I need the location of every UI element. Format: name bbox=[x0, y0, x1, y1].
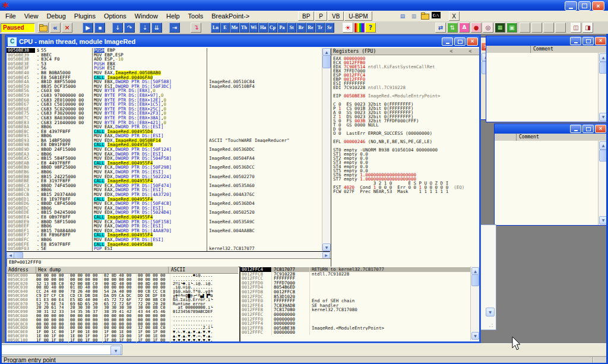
disasm-row[interactable]: 0050BE98.E8 DB91F8FFCALL ImageRed.004950… bbox=[7, 143, 322, 147]
chevron-down-icon[interactable]: ▼ bbox=[110, 346, 121, 355]
run-icon[interactable]: ▶ bbox=[83, 23, 93, 33]
disasm-row[interactable]: 0050BE60.C683 2E010000 00MOV BYTE PTR DS… bbox=[7, 98, 322, 103]
appearance-icon[interactable] bbox=[354, 23, 365, 33]
scrollbar-thumb[interactable] bbox=[322, 55, 331, 68]
stack-row[interactable]: 0012FFE0FFFFFFFFEnd of SEH chain bbox=[240, 299, 471, 303]
close-icon[interactable]: × bbox=[467, 37, 478, 46]
registers-pane[interactable]: Registers (FPU) < < EAX 00000000ECX 0012… bbox=[331, 48, 479, 267]
registers-next-icon[interactable]: < bbox=[466, 48, 474, 55]
disasm-row[interactable]: 0050BE8A.8B06MOV EAX,DWORD PTR DS:[ESI] bbox=[7, 125, 322, 129]
console-icon[interactable]: C:\ bbox=[432, 12, 441, 18]
toolbar-pane-button-ha[interactable]: Ha bbox=[258, 23, 268, 33]
disasm-row[interactable]: 0050BE4A.8B1D 88F55000MOV EBX,DWORD PTR … bbox=[7, 80, 322, 84]
scrollbar-thumb[interactable] bbox=[471, 274, 479, 286]
disasm-row[interactable]: 0050BEF1.8B15 70A84A00MOV EDX,DWORD PTR … bbox=[7, 229, 322, 233]
disasm-row[interactable]: 0050BE38$55PUSH EBP bbox=[7, 48, 322, 53]
window-titlebar[interactable]: × bbox=[495, 124, 607, 134]
plugin-keypad-icon[interactable]: ▦ bbox=[495, 23, 505, 33]
info-pane[interactable]: EBP=0012FFF0 bbox=[7, 258, 332, 267]
disasm-row[interactable]: 0050BF03.5EPOP ESIkernel32.7C817077 bbox=[7, 246, 322, 251]
disasm-row[interactable]: 0050BE40.B8 B0BA5000MOV EAX,ImageRed.005… bbox=[7, 71, 322, 75]
disasm-row[interactable]: 0050BE3B.83C4 F0ADD ESP,-10 bbox=[7, 57, 322, 62]
menu-item-view[interactable]: View bbox=[20, 12, 43, 20]
stack-row[interactable]: 0012FFCCFFFFFFFF bbox=[240, 276, 471, 281]
disasm-row[interactable]: 0050BE59.C683 97000000 00MOV BYTE PTR DS… bbox=[7, 93, 322, 98]
disasm-row[interactable]: 0050BE50.8B35 DCF35000MOV ESI,DWORD PTR … bbox=[7, 84, 322, 89]
restore-icon[interactable] bbox=[454, 37, 466, 46]
disasm-row[interactable]: 0050BE6E.C683 5C020000 00MOV BYTE PTR DS… bbox=[7, 107, 322, 112]
dump-row[interactable]: 0050C040CC 24 40 0078 26 40 0054 2A 40 0… bbox=[7, 290, 238, 294]
menu-item-debug[interactable]: Debug bbox=[42, 12, 69, 20]
minimize-icon[interactable] bbox=[442, 37, 453, 46]
stack-row[interactable]: 0012FFD48054B6ED bbox=[240, 285, 471, 290]
register-line[interactable]: EDI 7C910228 ntdll.7C910228 bbox=[331, 86, 479, 90]
register-line[interactable]: T 0 GS 0000 NULL bbox=[331, 123, 479, 127]
disasm-row[interactable]: 0050BED1.E8 1E97F8FFCALL ImageRed.004955… bbox=[7, 197, 322, 202]
register-line[interactable]: EFL 00000246 (NO,NB,E,BE,NS,PE,GE,LE) bbox=[331, 140, 479, 144]
disasm-row[interactable]: 0050BEFC.8B06MOV EAX,DWORD PTR DS:[ESI] bbox=[7, 238, 322, 242]
step-over-icon[interactable]: ↷ bbox=[124, 23, 135, 33]
animate-over-icon[interactable]: ⇊ bbox=[151, 23, 162, 33]
disasm-row[interactable]: 0050BE3F.56PUSH ESI bbox=[7, 66, 322, 71]
main-titlebar[interactable]: * × bbox=[0, 0, 608, 11]
disassembly-vscrollbar[interactable]: ▲ ▼ bbox=[322, 48, 331, 251]
dump-row[interactable]: 0050C02032 13 8B C002 00 8B C000 8D 40 0… bbox=[7, 282, 238, 286]
disasm-row[interactable]: 0050BE83.C683 21040000 00MOV BYTE PTR DS… bbox=[7, 121, 322, 125]
help-icon[interactable]: ? bbox=[365, 23, 376, 33]
close-icon[interactable]: × bbox=[595, 37, 606, 45]
log-icon[interactable]: ▥ bbox=[409, 12, 419, 20]
entry-point-combobox[interactable]: ▼ bbox=[1, 344, 122, 355]
toolbar-pane-button-cp[interactable]: Cp bbox=[268, 23, 277, 33]
panes-layout-2-icon[interactable]: ◨ bbox=[582, 23, 593, 33]
dump-row[interactable]: 0050C050C9 D7 CF C8CD CE DB D8DA D9 CA D… bbox=[7, 294, 238, 298]
window-body[interactable] bbox=[495, 141, 598, 225]
menu-item-help[interactable]: Help bbox=[162, 12, 184, 20]
disasm-row[interactable]: 0050BE45.E8 56B1EFFFCALL ImageRed.00406F… bbox=[7, 75, 322, 80]
disasm-row[interactable]: 0050BEC3.8B0D 74F45000MOV ECX,DWORD PTR … bbox=[7, 183, 322, 188]
dump-row[interactable]: 0050C07052 75 6E 7469 6D 65 2065 72 72 6… bbox=[7, 302, 238, 306]
stack-row[interactable]: 0012FFF80050BE38ImageRed.<ModuleEntryPoi… bbox=[240, 326, 471, 331]
disasm-row[interactable]: 0050BEDC.8B06MOV EAX,DWORD PTR DS:[ESI] bbox=[7, 206, 322, 211]
stack-row[interactable]: 0012FFC87C910228ntdll.7C910228 bbox=[240, 272, 471, 277]
restore-button[interactable] bbox=[578, 1, 591, 11]
disasm-row[interactable]: 0050BE3E.53PUSH EBX bbox=[7, 62, 322, 67]
dump-row[interactable]: 0050C00000 00 00 0000 00 00 0002 8D 40 0… bbox=[7, 274, 238, 278]
plugin-spiral-icon[interactable]: ◎ bbox=[483, 23, 493, 33]
resize-grip[interactable] bbox=[488, 321, 495, 328]
column-header-comment[interactable]: Comment bbox=[517, 134, 607, 141]
dump-row[interactable]: 0050C060E1 E3 00 E4E5 8D 40 0045 72 72 6… bbox=[7, 298, 238, 302]
stack-row[interactable]: 0012FFE87C817080kernel32.7C817080 bbox=[240, 308, 471, 312]
close-icon[interactable]: × bbox=[595, 125, 606, 133]
menu-button-p[interactable]: P bbox=[315, 11, 327, 21]
comment-window-top[interactable]: × Comment ▲ ▼ bbox=[486, 36, 608, 122]
disasm-row[interactable]: 0050BE56.C603 00MOV BYTE PTR DS:[EBX],0 bbox=[7, 88, 322, 93]
cpu-titlebar[interactable]: C CPU - main thread, module ImageRed × bbox=[7, 36, 479, 47]
options-gear-icon[interactable]: ☀ bbox=[343, 23, 353, 33]
register-line[interactable]: O 0 LastErr ERROR_SUCCESS (00000000) bbox=[331, 131, 479, 135]
disasm-row[interactable]: 0050BE9D.8B0D 24F15000MOV ECX,DWORD PTR … bbox=[7, 147, 322, 152]
maximize-icon[interactable] bbox=[582, 37, 594, 45]
disasm-row[interactable]: 0050BEB8.8B15 24225000MOV EDX,DWORD PTR … bbox=[7, 175, 322, 179]
registers-prev-icon[interactable]: < bbox=[447, 48, 455, 55]
disasm-row[interactable]: 0050BEB0.8B0D 98F25000MOV ECX,DWORD PTR … bbox=[7, 165, 322, 170]
dump-row[interactable]: 0050C01000 00 00 0000 00 00 0000 00 00 0… bbox=[7, 278, 238, 282]
disasm-row[interactable]: 0050BEB6.8B06MOV EAX,DWORD PTR DS:[ESI] bbox=[7, 170, 322, 175]
window-titlebar[interactable]: × bbox=[486, 36, 607, 46]
restart-icon[interactable]: « bbox=[50, 23, 61, 33]
disasm-row[interactable]: 0050BEAB.E8 4497F8FFCALL ImageRed.004955… bbox=[7, 161, 322, 166]
disasm-row[interactable]: 0050BE8C.E8 4397F8FFCALL ImageRed.004955… bbox=[7, 129, 322, 134]
toolbar-pane-button-pa[interactable]: Pa bbox=[277, 23, 287, 33]
close-button[interactable]: × bbox=[592, 1, 604, 11]
dump-row[interactable]: 0050C08020 20 61 7420 30 30 3030 30 30 3… bbox=[7, 306, 238, 310]
dump-row[interactable]: 0050C0B000 00 00 0000 00 00 0000 00 00 0… bbox=[7, 318, 238, 322]
dump-row[interactable]: 0050C0D000 00 00 0000 00 00 0000 00 00 0… bbox=[7, 326, 238, 330]
toolbar-pane-button-re[interactable]: Re bbox=[306, 23, 315, 33]
plugin-a-icon[interactable]: A bbox=[459, 23, 470, 33]
dump-row[interactable]: 0050C0F01E 00 1F 001E 00 1F 001F 00 1D 0… bbox=[7, 334, 238, 338]
disasm-row[interactable]: 0050BE93.BA 14BF5000MOV EDX,ImageRed.005… bbox=[7, 138, 322, 143]
menu-item-window[interactable]: Window bbox=[131, 12, 162, 20]
goto-icon[interactable]: ↴ bbox=[191, 23, 201, 33]
notepad-icon[interactable]: ▤ bbox=[398, 12, 408, 20]
stack-row[interactable]: 0012FFD07FFD7000 bbox=[240, 281, 471, 286]
toolbar-pane-button-br[interactable]: Br bbox=[296, 23, 306, 33]
